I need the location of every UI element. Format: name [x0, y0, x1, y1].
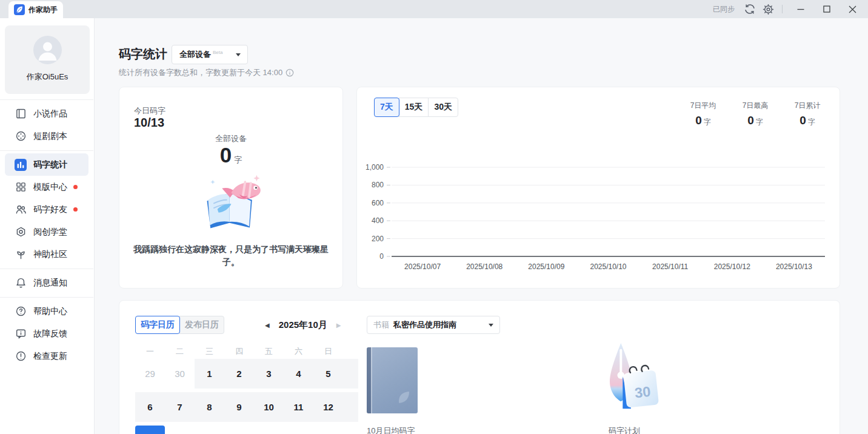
book-cover [367, 347, 418, 413]
sidebar-item-bug-feedback[interactable]: 故障反馈 [0, 322, 93, 345]
calendar-day[interactable]: 11 [284, 392, 313, 422]
calendar-week-row: 13 [135, 426, 358, 434]
calendar-day[interactable]: 1 [195, 359, 224, 389]
calendar-day[interactable]: 8 [195, 392, 224, 422]
beta-badge: Beta [213, 50, 222, 55]
maximize-button[interactable] [813, 0, 840, 18]
sprout-icon [15, 249, 27, 261]
people-icon [15, 204, 27, 216]
weekday-label: 三 [195, 346, 224, 357]
sidebar-item-check-update[interactable]: 检查更新 [0, 345, 93, 367]
book-dropdown-value: 私密作品使用指南 [393, 319, 456, 330]
sidebar-item-writing-friends[interactable]: 码字好友 [0, 198, 93, 221]
book-stat-label: 10月日均码字 [367, 426, 415, 434]
today-date: 10/13 [134, 116, 164, 130]
tab-writing-calendar[interactable]: 码字日历 [135, 316, 180, 334]
word-count-chart: 02004006008001,0002025/10/072025/10/0820… [362, 159, 835, 281]
stat-label: 7日最高 [739, 101, 772, 111]
range-tab-30天[interactable]: 30天 [428, 98, 458, 117]
calendar-day[interactable]: 2 [224, 359, 254, 389]
sidebar-item-assist-community[interactable]: 神助社区 [0, 243, 93, 265]
book-fish-illustration [119, 172, 342, 233]
trend-stats: 7日平均0字7日最高0字7日累计0字 [687, 101, 824, 127]
tab-publish-calendar[interactable]: 发布日历 [179, 316, 224, 334]
titlebar: 作家助手 已同步 [0, 0, 868, 18]
sidebar-item-label: 故障反馈 [33, 329, 67, 339]
sidebar-item-notifications[interactable]: 消息通知 [0, 272, 93, 294]
range-tab-7天[interactable]: 7天 [374, 98, 399, 117]
stat-value: 0字 [739, 114, 772, 127]
sidebar-item-word-count-stats[interactable]: 码字统计 [5, 153, 88, 176]
calendar-day[interactable]: 12 [313, 392, 343, 422]
range-tabs: 7天15天30天 [374, 98, 458, 117]
chevron-down-icon [489, 324, 493, 327]
plan-day-number: 30 [634, 384, 652, 401]
weekday-label: 日 [313, 346, 343, 357]
app-logo-icon [14, 4, 25, 15]
trend-chart-card: 7天15天30天 7日平均0字7日最高0字7日累计0字 020040060080… [356, 87, 840, 289]
red-dot-badge [73, 185, 78, 189]
calendar-day[interactable]: 10 [254, 392, 284, 422]
calendar-day[interactable]: 5 [313, 359, 343, 389]
calendar-week-row: 6789101112 [135, 392, 358, 422]
minimize-button[interactable] [787, 0, 813, 18]
red-dot-badge [73, 207, 78, 212]
next-month-icon[interactable]: ▶ [336, 322, 341, 329]
sidebar-item-label: 码字统计 [33, 159, 67, 170]
book-dropdown[interactable]: 书籍 私密作品使用指南 [367, 316, 500, 334]
today-count-value: 0 [220, 143, 232, 167]
calendar-day[interactable]: 4 [284, 359, 313, 389]
svg-text:400: 400 [372, 216, 384, 225]
titlebar-divider [782, 5, 783, 13]
calendar-week-row: 293012345 [135, 359, 358, 389]
sidebar-item-label: 小说作品 [33, 109, 67, 119]
feather-icon [395, 389, 413, 407]
app-tab[interactable]: 作家助手 [8, 1, 63, 18]
trend-stat: 7日最高0字 [739, 101, 772, 127]
sidebar-item-label: 短剧剧本 [33, 131, 67, 142]
calendar-tabs: 码字日历发布日历 [135, 316, 224, 334]
settings-gear-icon[interactable] [759, 0, 777, 18]
device-dropdown-value: 全部设备 [179, 49, 211, 60]
calendar-day[interactable]: 30 [165, 359, 195, 389]
weekday-label: 六 [284, 346, 313, 357]
svg-text:2025/10/08: 2025/10/08 [466, 262, 502, 271]
info-icon[interactable] [285, 68, 294, 77]
sidebar-item-template-center[interactable]: 模版中心 [0, 176, 93, 198]
sidebar-item-help-center[interactable]: 帮助中心 [0, 300, 93, 322]
weekday-label: 二 [165, 346, 195, 357]
range-tab-15天[interactable]: 15天 [399, 98, 429, 117]
svg-text:2025/10/11: 2025/10/11 [652, 262, 688, 271]
avatar [33, 36, 62, 64]
calendar-day[interactable]: 29 [135, 359, 165, 389]
sidebar-menu: 小说作品短剧剧本码字统计模版中心码字好友阅创学堂神助社区消息通知帮助中心故障反馈… [0, 99, 93, 370]
sidebar-item-novel-works[interactable]: 小说作品 [0, 102, 93, 125]
sidebar-item-short-drama-scripts[interactable]: 短剧剧本 [0, 125, 93, 147]
month-label: 2025年10月 [279, 319, 327, 331]
svg-text:200: 200 [372, 235, 384, 243]
page-title: 码字统计 [119, 46, 167, 62]
calendar-day[interactable]: 9 [224, 392, 254, 422]
calendar-day[interactable]: 7 [165, 392, 195, 422]
svg-text:1,000: 1,000 [366, 163, 384, 172]
sync-icon[interactable] [741, 0, 759, 18]
sidebar-item-label: 码字好友 [33, 204, 67, 215]
close-button[interactable] [840, 0, 866, 18]
calendar-day[interactable]: 3 [254, 359, 284, 389]
svg-text:2025/10/09: 2025/10/09 [528, 262, 564, 271]
sidebar-item-reading-academy[interactable]: 阅创学堂 [0, 221, 93, 243]
calendar-day[interactable]: 13 [135, 426, 165, 434]
sidebar-divider [0, 269, 93, 269]
sidebar-item-label: 模版中心 [33, 182, 67, 193]
device-dropdown[interactable]: 全部设备 Beta [172, 45, 248, 64]
calendar-day[interactable]: 6 [135, 392, 165, 422]
film-icon [15, 130, 27, 142]
grid-icon [15, 181, 27, 193]
app-tab-title: 作家助手 [28, 5, 58, 15]
profile-card[interactable]: 作家Oi5uEs [5, 25, 90, 94]
username: 作家Oi5uEs [5, 72, 90, 82]
flower-icon [15, 226, 27, 238]
sidebar-item-label: 阅创学堂 [33, 227, 67, 238]
prev-month-icon[interactable]: ◀ [265, 322, 270, 329]
trend-stat: 7日平均0字 [687, 101, 719, 127]
